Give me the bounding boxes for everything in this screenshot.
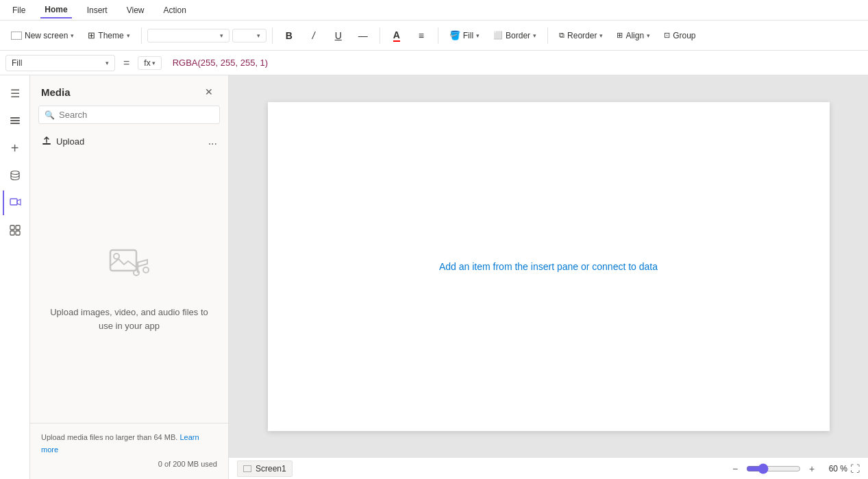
separator-3 (380, 27, 380, 44)
font-dropdown[interactable]: ▾ (147, 29, 230, 42)
theme-button[interactable]: ⊞ Theme ▾ (82, 27, 135, 43)
screen-tab-label: Screen1 (256, 464, 286, 474)
equals-sign: = (121, 57, 132, 69)
svg-rect-0 (10, 117, 20, 119)
menu-action[interactable]: Action (160, 3, 190, 18)
group-button[interactable]: ⊡ Group (658, 28, 701, 43)
italic-button[interactable]: / (303, 25, 325, 47)
canvas-area: Add an item from the insert pane or conn… (229, 75, 868, 479)
svg-rect-10 (110, 250, 136, 271)
formula-bar: Fill ▾ = fx ▾ RGBA(255, 255, 255, 1) (0, 51, 868, 75)
menu-bar: File Home Insert View Action (0, 0, 868, 21)
connect-to-data-link[interactable]: connect to data (592, 261, 658, 272)
media-panel-title: Media (41, 86, 71, 98)
media-empty-text: Upload images, video, and audio files to… (44, 306, 214, 332)
bold-button[interactable]: B (278, 25, 300, 47)
hamburger-icon[interactable]: ☰ (3, 81, 27, 106)
search-input[interactable] (59, 110, 214, 120)
upload-button[interactable]: Upload (41, 136, 84, 147)
fill-property-dropdown[interactable]: Fill ▾ (5, 55, 115, 71)
media-empty-state: Upload images, video, and audio files to… (30, 153, 228, 423)
svg-rect-9 (42, 143, 51, 145)
formula-input[interactable]: RGBA(255, 255, 255, 1) (167, 55, 863, 71)
zoom-slider[interactable] (746, 463, 801, 474)
underline-button[interactable]: U (327, 25, 349, 47)
size-dropdown[interactable]: ▾ (232, 29, 266, 42)
search-box[interactable]: 🔍 (38, 106, 220, 124)
canvas-wrapper: Add an item from the insert pane or conn… (229, 75, 868, 457)
media-empty-icon (108, 243, 151, 295)
svg-rect-6 (16, 225, 20, 230)
border-button[interactable]: ⬜ Border ▾ (488, 28, 542, 43)
svg-rect-7 (10, 231, 14, 235)
sidebar-icons: ☰ + (0, 75, 30, 479)
svg-rect-2 (10, 123, 20, 124)
svg-point-11 (114, 254, 119, 259)
add-icon[interactable]: + (3, 136, 27, 160)
fullscreen-button[interactable]: ⛶ (850, 463, 860, 474)
usage-text: 0 of 200 MB used (41, 458, 217, 471)
svg-rect-4 (10, 199, 17, 205)
zoom-controls: − + 60 % ⛶ (727, 460, 860, 477)
theme-chevron: ▾ (127, 32, 130, 39)
zoom-in-button[interactable]: + (804, 460, 820, 477)
media-icon[interactable] (3, 191, 27, 215)
search-icon: 🔍 (45, 110, 55, 120)
media-panel-header: Media ✕ (30, 75, 228, 106)
svg-rect-5 (10, 225, 14, 230)
media-panel-close-button[interactable]: ✕ (201, 84, 217, 100)
fx-button[interactable]: fx ▾ (138, 56, 161, 70)
upload-more-button[interactable]: ... (208, 135, 217, 147)
fill-button[interactable]: 🪣 Fill ▾ (444, 27, 485, 43)
upload-row: Upload ... (30, 130, 228, 153)
menu-insert[interactable]: Insert (83, 3, 112, 18)
database-icon[interactable] (3, 163, 27, 188)
new-screen-chevron: ▾ (71, 32, 74, 39)
zoom-out-button[interactable]: − (727, 460, 743, 477)
screen-tab[interactable]: Screen1 (237, 460, 293, 477)
layers-icon[interactable] (3, 108, 27, 133)
menu-view[interactable]: View (123, 3, 149, 18)
svg-rect-1 (10, 120, 20, 121)
reorder-button[interactable]: ⧉ Reorder ▾ (554, 28, 608, 43)
canvas-hint: Add an item from the insert pane or conn… (439, 261, 658, 272)
components-icon[interactable] (3, 218, 27, 243)
svg-point-12 (134, 270, 139, 275)
strikethrough-button[interactable]: — (352, 25, 374, 47)
svg-point-13 (143, 267, 149, 273)
canvas-screen: Add an item from the insert pane or conn… (268, 102, 830, 431)
new-screen-button[interactable]: New screen ▾ (5, 28, 79, 43)
bottom-bar: Screen1 − + 60 % ⛶ (229, 457, 868, 479)
media-footer: Upload media files no larger than 64 MB.… (30, 423, 228, 479)
svg-point-3 (11, 171, 19, 175)
separator-4 (438, 27, 438, 44)
media-panel: Media ✕ 🔍 Upload ... (30, 75, 229, 479)
align-right-button[interactable]: ⊞ Align ▾ (611, 28, 656, 43)
svg-rect-8 (16, 231, 20, 235)
font-color-button[interactable]: A (386, 25, 408, 47)
toolbar: New screen ▾ ⊞ Theme ▾ ▾ ▾ B / U — A ≡ 🪣… (0, 21, 868, 51)
menu-file[interactable]: File (8, 3, 29, 18)
separator-1 (141, 27, 142, 44)
menu-home[interactable]: Home (40, 2, 71, 19)
main-area: ☰ + (0, 75, 868, 479)
separator-2 (272, 27, 273, 44)
separator-5 (547, 27, 548, 44)
zoom-value: 60 % (823, 464, 847, 474)
align-button[interactable]: ≡ (410, 25, 432, 47)
